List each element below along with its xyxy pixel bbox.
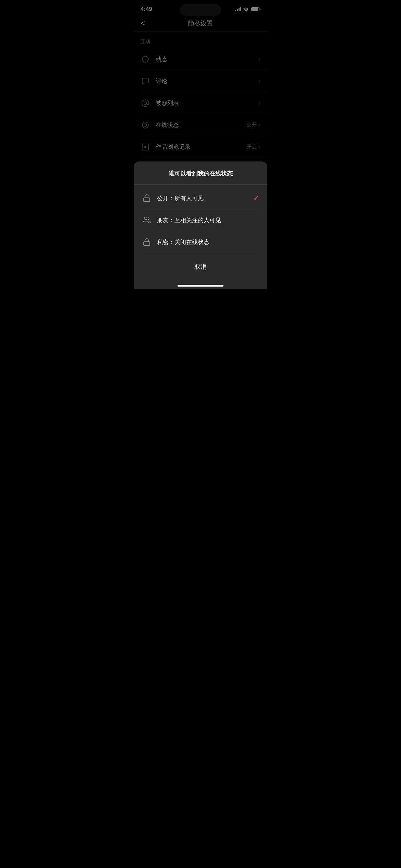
sheet-title: 谁可以看到我的在线状态: [134, 161, 267, 184]
svg-point-12: [144, 217, 147, 220]
lock-icon: [142, 237, 151, 247]
bottom-sheet: 谁可以看到我的在线状态 公开：所有人可见 ✓ 朋友：互相关注的人可见: [134, 161, 267, 290]
home-indicator: [178, 285, 223, 287]
sheet-option-friends[interactable]: 朋友：互相关注的人可见: [134, 209, 267, 231]
cancel-button[interactable]: 取消: [134, 256, 267, 278]
public-option-label: 公开：所有人可见: [157, 194, 253, 202]
friends-option-label: 朋友：互相关注的人可见: [157, 216, 259, 224]
svg-rect-11: [144, 198, 150, 202]
cancel-label: 取消: [194, 263, 207, 271]
person-two-icon: [142, 215, 151, 225]
sheet-option-private[interactable]: 私密：关闭在线状态: [134, 231, 267, 253]
public-check-icon: ✓: [253, 194, 259, 202]
private-option-label: 私密：关闭在线状态: [157, 238, 259, 246]
svg-rect-13: [144, 242, 150, 245]
sheet-option-public[interactable]: 公开：所有人可见 ✓: [134, 187, 267, 209]
sheet-divider: [134, 184, 267, 185]
lock-open-icon: [142, 193, 151, 203]
